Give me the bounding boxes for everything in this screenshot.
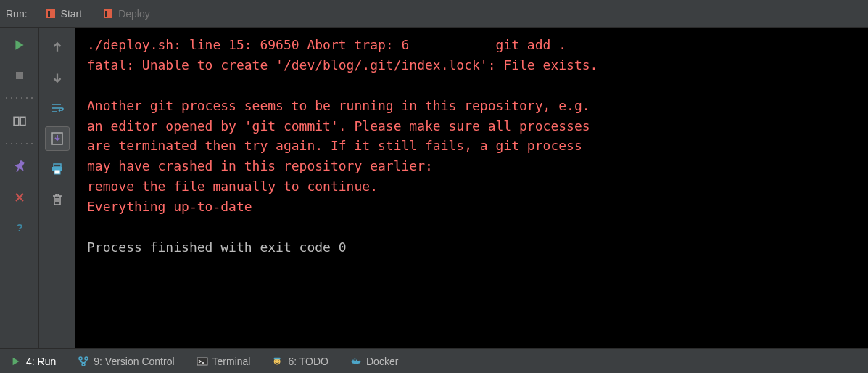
arrow-down-icon (51, 71, 64, 84)
shell-config-icon (102, 8, 114, 20)
bottom-label: Terminal (212, 356, 251, 367)
docker-icon (350, 356, 362, 367)
separator (6, 97, 33, 99)
console-line: fatal: Unable to create '/dev/blog/.git/… (87, 55, 856, 75)
console-line: Process finished with exit code 0 (87, 237, 856, 258)
clear-button[interactable] (45, 187, 70, 212)
console-line: remove the file manually to continue. (87, 176, 856, 197)
bottom-label: Docker (366, 356, 398, 367)
bottom-label: 6: TODO (288, 356, 328, 367)
run-button[interactable] (9, 35, 30, 55)
svg-point-12 (79, 357, 82, 360)
terminal-icon (197, 356, 208, 367)
console-line: an editor opened by 'git commit'. Please… (87, 116, 856, 136)
down-stack-button[interactable] (45, 65, 70, 90)
up-stack-button[interactable] (45, 35, 70, 60)
play-icon (13, 38, 26, 52)
console-toolbar (39, 28, 75, 348)
console-line: may have crashed in this repository earl… (87, 156, 856, 176)
svg-rect-23 (355, 358, 356, 359)
wrap-icon (50, 101, 65, 115)
svg-rect-20 (352, 359, 354, 361)
bottom-tool-bar: 4: Run 9: Version Control Terminal 6: TO… (0, 348, 868, 373)
run-controls-toolbar: ? (0, 28, 39, 348)
tab-deploy[interactable]: Deploy (96, 5, 156, 22)
play-icon (10, 356, 22, 367)
trash-icon (50, 192, 65, 207)
svg-rect-22 (356, 359, 357, 361)
svg-rect-1 (48, 11, 50, 17)
svg-point-14 (82, 363, 85, 366)
arrow-up-icon (51, 41, 64, 54)
run-tool-tabbar: Run: Start Deploy (0, 0, 868, 28)
pin-button[interactable] (9, 157, 30, 177)
console-line: Everything up-to-date (87, 197, 856, 217)
svg-rect-9 (54, 164, 61, 167)
bottom-vcs-button[interactable]: 9: Version Control (73, 354, 178, 369)
run-tool-main: ? (0, 28, 868, 348)
scroll-end-button[interactable] (45, 126, 70, 151)
stop-icon (14, 70, 25, 81)
print-icon (50, 162, 65, 176)
bottom-run-button[interactable]: 4: Run (6, 354, 60, 369)
svg-rect-6 (20, 117, 25, 125)
svg-point-13 (85, 357, 88, 360)
print-button[interactable] (45, 157, 70, 181)
svg-rect-11 (54, 170, 60, 174)
pin-icon (13, 160, 26, 173)
todo-icon (272, 356, 284, 367)
bottom-todo-button[interactable]: 6: TODO (268, 354, 333, 369)
console-line: ./deploy.sh: line 15: 69650 Abort trap: … (87, 35, 856, 55)
svg-rect-2 (104, 9, 112, 18)
svg-rect-3 (105, 11, 107, 17)
stop-button[interactable] (9, 65, 30, 86)
console-line: Another git process seems to be running … (87, 96, 856, 116)
close-button[interactable] (9, 187, 30, 208)
close-icon (14, 192, 25, 203)
svg-text:?: ? (16, 222, 22, 234)
svg-rect-19 (274, 357, 281, 359)
soft-wrap-button[interactable] (45, 96, 70, 120)
svg-rect-21 (355, 359, 356, 361)
console-line (87, 75, 856, 96)
help-button[interactable]: ? (9, 218, 30, 238)
layout-button[interactable] (9, 111, 30, 131)
separator (6, 143, 33, 145)
bottom-label: 9: Version Control (94, 356, 174, 367)
svg-rect-15 (197, 358, 207, 365)
svg-point-17 (276, 360, 277, 361)
help-icon: ? (14, 222, 25, 234)
scroll-end-icon (50, 131, 65, 146)
svg-rect-5 (14, 117, 19, 125)
bottom-terminal-button[interactable]: Terminal (192, 354, 255, 369)
run-label: Run: (6, 8, 28, 20)
shell-config-icon (45, 8, 57, 20)
tab-label: Deploy (118, 8, 150, 20)
tab-start[interactable]: Start (39, 5, 88, 22)
svg-point-18 (278, 360, 279, 361)
svg-rect-0 (46, 9, 55, 18)
bottom-label: 4: Run (26, 356, 56, 367)
svg-rect-4 (16, 72, 23, 79)
bottom-docker-button[interactable]: Docker (346, 354, 402, 369)
console-output[interactable]: ./deploy.sh: line 15: 69650 Abort trap: … (75, 28, 868, 348)
tab-label: Start (61, 8, 83, 20)
console-line (87, 217, 856, 237)
layout-icon (13, 115, 26, 128)
branch-icon (78, 356, 89, 367)
console-line: are terminated then try again. If it sti… (87, 136, 856, 156)
